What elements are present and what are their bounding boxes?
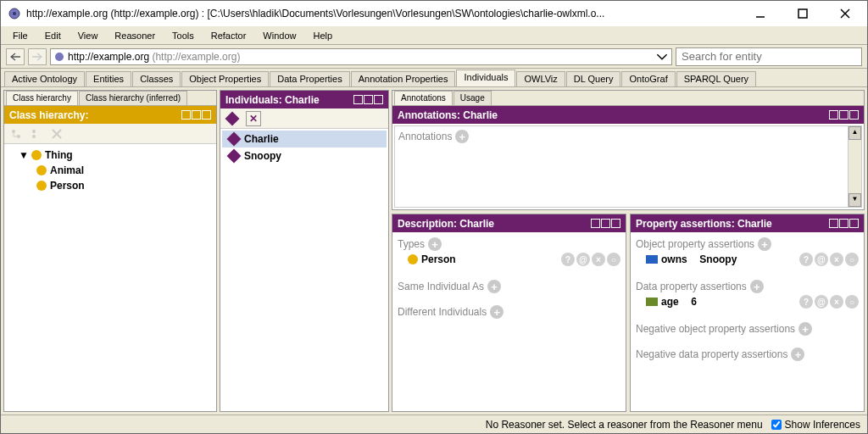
scroll-up-icon[interactable]: ▲ <box>849 126 861 140</box>
menu-file[interactable]: File <box>6 29 35 42</box>
at-icon[interactable]: @ <box>576 253 590 266</box>
tab-dl-query[interactable]: DL Query <box>566 71 621 86</box>
individual-charlie[interactable]: Charlie <box>222 131 387 147</box>
help-icon[interactable]: ? <box>799 295 813 309</box>
scroll-down-icon[interactable]: ▼ <box>849 193 861 207</box>
panel-opts-icon[interactable] <box>839 219 849 228</box>
delete-class-button[interactable] <box>48 126 65 142</box>
tab-class-hierarchy[interactable]: Class hierarchy <box>6 91 78 105</box>
tab-annotations[interactable]: Annotations <box>394 91 453 105</box>
tab-owlviz[interactable]: OWLViz <box>516 71 565 86</box>
individual-icon <box>227 149 242 164</box>
panel-pin-icon[interactable] <box>181 110 191 120</box>
ontology-icon <box>54 52 64 62</box>
property-assertions-header: Property assertions: Charlie <box>631 214 864 232</box>
tree-node-thing[interactable]: ▼Thing <box>8 147 213 163</box>
prop-value: Snoopy <box>699 253 737 265</box>
add-neg-obj-button[interactable]: + <box>798 322 812 336</box>
add-subclass-button[interactable] <box>8 126 25 142</box>
tab-class-hierarchy-inferred[interactable]: Class hierarchy (inferred) <box>79 91 187 105</box>
panel-opts-icon[interactable] <box>839 110 849 120</box>
tab-individuals[interactable]: Individuals <box>456 70 515 86</box>
prop-name: owns <box>661 253 687 265</box>
menu-help[interactable]: Help <box>306 29 339 42</box>
nav-forward-button[interactable] <box>28 48 47 65</box>
panel-opts-icon[interactable] <box>192 110 201 120</box>
edit-icon[interactable]: ○ <box>845 253 859 266</box>
menu-edit[interactable]: Edit <box>38 29 68 42</box>
at-icon[interactable]: @ <box>815 295 828 309</box>
tree-label: Animal <box>50 164 84 176</box>
help-icon[interactable]: ? <box>799 253 813 266</box>
tab-classes[interactable]: Classes <box>132 71 181 86</box>
panel-pin-icon[interactable] <box>829 219 838 228</box>
tab-annotation-properties[interactable]: Annotation Properties <box>351 71 456 86</box>
menu-tools[interactable]: Tools <box>165 29 201 42</box>
property-assertions-title: Property assertions: Charlie <box>636 218 772 230</box>
maximize-button[interactable] <box>787 3 818 25</box>
tab-usage[interactable]: Usage <box>453 91 492 105</box>
add-data-prop-button[interactable]: + <box>750 280 764 293</box>
add-obj-prop-button[interactable]: + <box>758 237 771 251</box>
scrollbar[interactable]: ▲▼ <box>848 126 861 207</box>
at-icon[interactable]: @ <box>815 253 828 266</box>
panel-opts-icon[interactable] <box>364 95 373 104</box>
url-field[interactable]: http://example.org (http://example.org) <box>50 48 672 65</box>
nav-back-button[interactable] <box>6 48 25 65</box>
tree-toolbar <box>4 124 216 144</box>
panel-close-icon[interactable] <box>611 219 620 228</box>
search-input[interactable] <box>676 47 862 66</box>
close-button[interactable] <box>830 3 860 25</box>
help-icon[interactable]: ? <box>561 253 575 266</box>
add-individual-button[interactable] <box>225 111 240 125</box>
panel-opts-icon[interactable] <box>601 219 610 228</box>
add-type-button[interactable]: + <box>428 237 442 251</box>
neg-obj-prop-label: Negative object property assertions <box>636 323 795 335</box>
show-inferences-checkbox[interactable]: Show Inferences <box>771 419 860 431</box>
obj-prop-owns[interactable]: owns Snoopy ?@×○ <box>636 251 859 268</box>
delete-individual-button[interactable]: ✕ <box>246 111 261 126</box>
url-dropdown-icon[interactable] <box>656 51 668 63</box>
remove-icon[interactable]: × <box>830 253 843 266</box>
edit-icon[interactable]: ○ <box>607 253 620 266</box>
window-title: http://example.org (http://example.org) … <box>26 8 740 19</box>
statusbar: No Reasoner set. Select a reasoner from … <box>1 415 867 433</box>
tab-active-ontology[interactable]: Active Ontology <box>4 71 85 86</box>
remove-icon[interactable]: × <box>592 253 605 266</box>
neg-data-prop-label: Negative data property assertions <box>636 348 787 360</box>
tab-ontograf[interactable]: OntoGraf <box>621 71 675 86</box>
menu-refactor[interactable]: Refactor <box>204 29 253 42</box>
tab-sparql-query[interactable]: SPARQL Query <box>676 71 756 86</box>
tab-data-properties[interactable]: Data Properties <box>270 71 349 86</box>
add-neg-data-button[interactable]: + <box>791 348 804 361</box>
panel-close-icon[interactable] <box>849 219 859 228</box>
description-header: Description: Charlie <box>392 214 626 232</box>
menu-window[interactable]: Window <box>256 29 303 42</box>
add-annotation-button[interactable]: + <box>455 130 469 143</box>
data-prop-age[interactable]: age 6 ?@×○ <box>636 293 859 310</box>
obj-property-icon <box>646 255 658 264</box>
tree-node-person[interactable]: Person <box>8 178 213 193</box>
tree-label: Person <box>50 180 85 192</box>
add-diff-button[interactable]: + <box>490 305 504 319</box>
panel-close-icon[interactable] <box>849 110 859 120</box>
menu-view[interactable]: View <box>71 29 105 42</box>
tab-entities[interactable]: Entities <box>86 71 131 86</box>
panel-close-icon[interactable] <box>202 110 211 120</box>
menu-reasoner[interactable]: Reasoner <box>108 29 162 42</box>
individual-snoopy[interactable]: Snoopy <box>222 147 387 164</box>
tab-object-properties[interactable]: Object Properties <box>181 71 269 86</box>
prop-name: age <box>661 296 679 308</box>
edit-icon[interactable]: ○ <box>845 295 859 309</box>
minimize-button[interactable] <box>745 3 776 25</box>
add-sibling-button[interactable] <box>28 126 45 142</box>
panel-close-icon[interactable] <box>374 95 383 104</box>
type-person[interactable]: Person ?@×○ <box>398 251 620 268</box>
panel-pin-icon[interactable] <box>353 95 363 104</box>
panel-pin-icon[interactable] <box>591 219 600 228</box>
add-same-button[interactable]: + <box>487 280 501 293</box>
panel-pin-icon[interactable] <box>829 110 838 120</box>
tree-node-animal[interactable]: Animal <box>8 163 213 178</box>
remove-icon[interactable]: × <box>830 295 843 309</box>
data-property-icon <box>646 298 658 306</box>
